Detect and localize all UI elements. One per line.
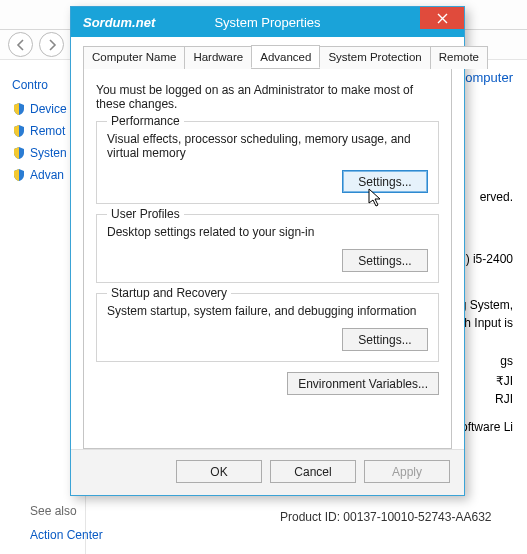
sidebar-label: Systen — [30, 146, 67, 160]
forward-button[interactable] — [39, 32, 64, 57]
performance-settings-button[interactable]: Settings... — [342, 170, 428, 193]
user-profiles-settings-button[interactable]: Settings... — [342, 249, 428, 272]
system-properties-dialog: Sordum.net System Properties Computer Na… — [70, 6, 465, 496]
brand-label: Sordum.net — [83, 15, 155, 30]
environment-variables-button[interactable]: Environment Variables... — [287, 372, 439, 395]
close-button[interactable] — [420, 7, 464, 29]
see-also-section: See also Action Center — [0, 496, 527, 554]
group-title: User Profiles — [107, 207, 184, 221]
group-title: Startup and Recovery — [107, 286, 231, 300]
tab-strip: Computer Name Hardware Advanced System P… — [83, 45, 452, 69]
info-text: gs — [500, 354, 513, 368]
arrow-right-icon — [46, 39, 58, 51]
shield-icon — [12, 102, 26, 116]
advanced-tab-page: You must be logged on as an Administrato… — [83, 69, 452, 449]
sidebar-label: Device — [30, 102, 67, 116]
sidebar-label: Remot — [30, 124, 65, 138]
see-also-heading: See also — [30, 504, 513, 518]
shield-icon — [12, 168, 26, 182]
close-icon — [437, 13, 448, 24]
control-panel-home-link[interactable]: Contro — [12, 78, 79, 92]
ok-button[interactable]: OK — [176, 460, 262, 483]
tab-system-protection[interactable]: System Protection — [319, 46, 430, 69]
sidebar-label: Advan — [30, 168, 64, 182]
startup-recovery-group: Startup and Recovery System startup, sys… — [96, 293, 439, 362]
sidebar-item-system[interactable]: Systen — [12, 146, 79, 160]
group-desc: Visual effects, processor scheduling, me… — [107, 132, 428, 160]
dialog-titlebar: Sordum.net System Properties — [71, 7, 464, 37]
arrow-left-icon — [15, 39, 27, 51]
info-text: erved. — [480, 190, 513, 204]
tab-advanced[interactable]: Advanced — [251, 45, 320, 68]
admin-instruction: You must be logged on as an Administrato… — [96, 83, 439, 111]
tab-computer-name[interactable]: Computer Name — [83, 46, 185, 69]
sidebar-item-device[interactable]: Device — [12, 102, 79, 116]
info-text: ) i5-2400 — [466, 252, 513, 266]
group-desc: Desktop settings related to your sign-in — [107, 225, 428, 239]
shield-icon — [12, 146, 26, 160]
cancel-button[interactable]: Cancel — [270, 460, 356, 483]
back-button[interactable] — [8, 32, 33, 57]
info-text: h Input is — [464, 316, 513, 330]
info-text: ₹JI — [496, 374, 513, 388]
group-title: Performance — [107, 114, 184, 128]
sidebar-item-advanced[interactable]: Advan — [12, 168, 79, 182]
info-text: RJI — [495, 392, 513, 406]
action-center-link[interactable]: Action Center — [30, 528, 513, 542]
user-profiles-group: User Profiles Desktop settings related t… — [96, 214, 439, 283]
tab-hardware[interactable]: Hardware — [184, 46, 252, 69]
tab-remote[interactable]: Remote — [430, 46, 488, 69]
group-desc: System startup, system failure, and debu… — [107, 304, 428, 318]
info-text: g System, — [460, 298, 513, 312]
section-heading: omputer — [465, 70, 513, 85]
dialog-title: System Properties — [214, 15, 320, 30]
shield-icon — [12, 124, 26, 138]
startup-recovery-settings-button[interactable]: Settings... — [342, 328, 428, 351]
apply-button[interactable]: Apply — [364, 460, 450, 483]
sidebar-item-remote[interactable]: Remot — [12, 124, 79, 138]
performance-group: Performance Visual effects, processor sc… — [96, 121, 439, 204]
dialog-button-row: OK Cancel Apply — [71, 449, 464, 495]
